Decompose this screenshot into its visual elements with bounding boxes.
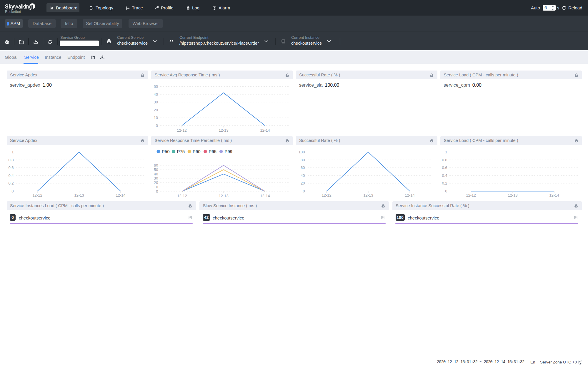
svg-text:12-14: 12-14 xyxy=(549,193,559,197)
svg-text:0: 0 xyxy=(156,123,158,128)
svg-text:P75: P75 xyxy=(177,149,185,154)
svg-text:12-14: 12-14 xyxy=(260,128,270,133)
svg-text:0.2: 0.2 xyxy=(442,181,447,185)
svg-text:30: 30 xyxy=(154,176,158,180)
svg-text:0.4: 0.4 xyxy=(442,173,447,178)
svg-text:P90: P90 xyxy=(193,149,201,154)
svg-text:12-14: 12-14 xyxy=(405,193,414,197)
svg-text:12-13: 12-13 xyxy=(508,193,517,197)
svg-text:50: 50 xyxy=(154,167,158,172)
svg-text:60: 60 xyxy=(154,163,158,167)
svg-text:0.8: 0.8 xyxy=(8,158,14,162)
svg-text:P99: P99 xyxy=(225,149,233,154)
svg-text:12-12: 12-12 xyxy=(177,194,187,198)
svg-text:20: 20 xyxy=(154,180,158,185)
svg-text:12-12: 12-12 xyxy=(177,128,186,133)
svg-text:0.4: 0.4 xyxy=(8,173,14,178)
svg-text:30: 30 xyxy=(154,100,158,104)
svg-text:20: 20 xyxy=(301,181,305,185)
svg-text:10: 10 xyxy=(154,115,158,120)
svg-text:12-12: 12-12 xyxy=(322,193,331,197)
svg-text:0.8: 0.8 xyxy=(442,158,447,162)
svg-text:12-13: 12-13 xyxy=(74,193,84,197)
svg-text:0: 0 xyxy=(156,189,158,194)
svg-text:100: 100 xyxy=(298,150,305,154)
svg-text:12-12: 12-12 xyxy=(32,193,42,197)
svg-text:20: 20 xyxy=(154,108,158,112)
svg-text:40: 40 xyxy=(301,173,305,178)
svg-text:12-14: 12-14 xyxy=(260,194,270,198)
svg-text:60: 60 xyxy=(301,165,305,170)
svg-text:0: 0 xyxy=(303,189,305,193)
svg-text:0: 0 xyxy=(445,189,447,193)
svg-text:12-13: 12-13 xyxy=(219,194,228,198)
svg-text:0.2: 0.2 xyxy=(8,181,14,185)
svg-text:1: 1 xyxy=(445,150,447,154)
svg-text:P50: P50 xyxy=(162,149,170,154)
svg-text:40: 40 xyxy=(154,92,158,97)
svg-text:P95: P95 xyxy=(209,149,217,154)
svg-text:0.6: 0.6 xyxy=(8,165,14,170)
svg-text:12-14: 12-14 xyxy=(116,193,125,197)
svg-text:50: 50 xyxy=(154,84,158,89)
svg-text:12-13: 12-13 xyxy=(363,193,373,197)
svg-text:40: 40 xyxy=(154,172,158,176)
svg-text:0: 0 xyxy=(11,189,14,193)
svg-text:0.6: 0.6 xyxy=(442,165,447,170)
svg-text:80: 80 xyxy=(301,158,305,162)
svg-text:12-13: 12-13 xyxy=(219,128,228,133)
svg-text:1: 1 xyxy=(11,150,14,154)
svg-text:12-12: 12-12 xyxy=(466,193,476,197)
svg-text:10: 10 xyxy=(154,185,158,189)
